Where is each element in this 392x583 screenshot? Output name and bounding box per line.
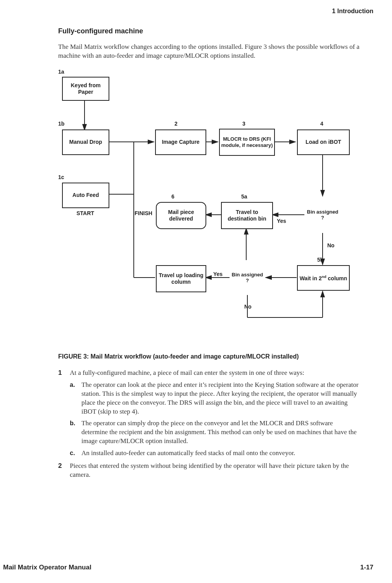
- label-1c: 1c: [58, 174, 64, 181]
- wait-2nd-pre: Wait in 2: [300, 275, 322, 281]
- running-header: 1 Introduction: [332, 7, 373, 16]
- label-1b: 1b: [58, 120, 64, 128]
- node-wait-2nd-column: Wait in 2nd column: [297, 265, 350, 291]
- label-start: START: [70, 210, 101, 217]
- node-manual-drop: Manual Drop: [62, 129, 109, 155]
- label-5a: 5a: [241, 193, 247, 200]
- step-1: 1 At a fully-configured machine, a piece…: [58, 369, 361, 458]
- node-image-capture: Image Capture: [155, 129, 206, 155]
- label-3: 3: [242, 120, 245, 128]
- substep-letter: b.: [70, 419, 78, 428]
- section-title: Fully-configured machine: [58, 26, 361, 36]
- label-yes-2: Yes: [213, 271, 223, 278]
- label-5b: 5b: [317, 256, 323, 264]
- footer-page-number: 1-17: [360, 563, 373, 572]
- label-1a: 1a: [58, 68, 64, 76]
- node-bin-assigned-1: Bin assigned ?: [305, 197, 340, 232]
- bin-assigned-2-text: Bin assigned ?: [230, 272, 265, 284]
- label-finish: FINISH: [132, 210, 155, 217]
- figure-caption: FIGURE 3: Mail Matrix workflow (auto-fee…: [58, 352, 361, 361]
- steps-list: 1 At a fully-configured machine, a piece…: [58, 369, 361, 480]
- substep-letter: c.: [70, 449, 78, 457]
- label-2: 2: [174, 120, 178, 128]
- footer-manual-title: Mail Matrix Operator Manual: [3, 563, 92, 572]
- step-1c: c. An installed auto-feeder can automati…: [70, 449, 361, 458]
- substep-text: The operator can look at the piece and e…: [81, 381, 361, 416]
- label-no-2: No: [244, 303, 252, 310]
- wait-2nd-post: column: [326, 275, 347, 281]
- node-keyed-from-paper: Keyed from Paper: [62, 77, 109, 101]
- node-auto-feed: Auto Feed: [62, 183, 109, 208]
- node-mlocr-drs: MLOCR to DRS (KFI module, if necessary): [219, 129, 275, 156]
- substep-letter: a.: [70, 381, 78, 389]
- node-load-ibot: Load on iBOT: [297, 129, 350, 155]
- intro-paragraph: The Mail Matrix workflow changes accordi…: [58, 43, 361, 60]
- substep-text: An installed auto-feeder can automatical…: [81, 449, 361, 458]
- label-yes-1: Yes: [277, 217, 286, 225]
- node-mail-delivered: Mail piece delivered: [156, 202, 206, 229]
- workflow-flowchart: 1a 1b 1c 2 3 4 6 5a 5b START FINISH Yes …: [58, 68, 368, 345]
- node-bin-assigned-2: Bin assigned ?: [230, 260, 265, 295]
- step-number: 2: [58, 462, 67, 471]
- step-1b: b. The operator can simply drop the piec…: [70, 419, 361, 446]
- substep-text: The operator can simply drop the piece o…: [81, 419, 361, 446]
- node-travel-up-loading: Travel up loading column: [156, 265, 206, 292]
- step-text: Pieces that entered the system without b…: [70, 462, 361, 480]
- label-no-1: No: [327, 242, 335, 249]
- step-1a: a. The operator can look at the piece an…: [70, 381, 361, 416]
- wait-2nd-sup: nd: [322, 274, 326, 279]
- label-6: 6: [171, 193, 174, 200]
- step-number: 1: [58, 369, 67, 378]
- step-text: At a fully-configured machine, a piece o…: [70, 369, 361, 378]
- bin-assigned-1-text: Bin assigned ?: [305, 209, 340, 221]
- node-travel-destination: Travel to destination bin: [221, 202, 273, 229]
- label-4: 4: [320, 120, 323, 128]
- step-2: 2 Pieces that entered the system without…: [58, 462, 361, 480]
